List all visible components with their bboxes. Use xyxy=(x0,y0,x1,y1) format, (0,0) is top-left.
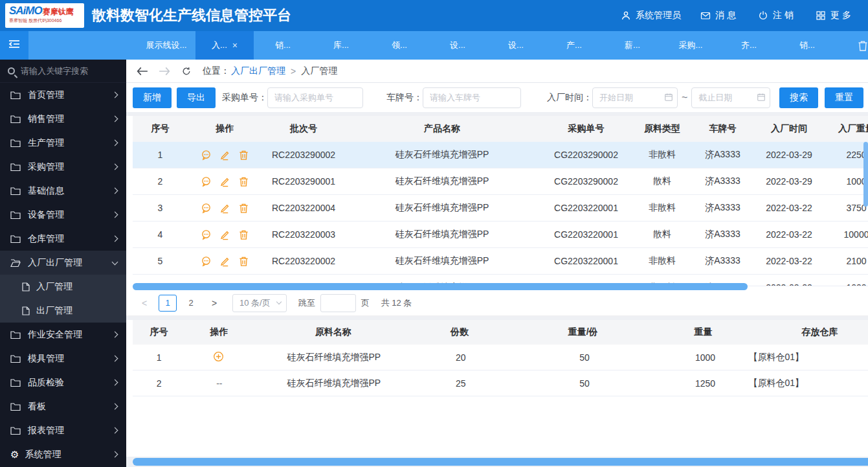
tab-5[interactable]: 设... xyxy=(428,31,487,60)
more-label: 更多 xyxy=(830,10,854,21)
delete-icon[interactable] xyxy=(238,203,249,214)
tab-6[interactable]: 设... xyxy=(487,31,545,60)
comment-icon[interactable] xyxy=(201,256,212,267)
plus-circle-icon[interactable] xyxy=(213,351,226,364)
sidebar-item-dashboard[interactable]: 看板 xyxy=(0,394,126,418)
sidebar-item-production[interactable]: 生产管理 xyxy=(0,131,126,155)
prev-page-button[interactable]: < xyxy=(135,295,153,312)
horizontal-scrollbar[interactable] xyxy=(133,458,868,466)
tab-7[interactable]: 产... xyxy=(545,31,603,60)
user-menu[interactable]: 系统管理员 xyxy=(621,10,681,21)
cell-ops xyxy=(188,195,262,221)
table-row[interactable]: 1 RC2203290002 硅灰石纤维填充增强PP CG2203290002 … xyxy=(133,142,868,168)
next-page-button[interactable]: > xyxy=(205,295,223,312)
sidebar-item-inout-management[interactable]: 入厂出厂管理 xyxy=(0,251,126,275)
comment-icon[interactable] xyxy=(201,150,212,161)
sidebar-item-sales[interactable]: 销售管理 xyxy=(0,107,126,131)
sidebar-item-label: 系统管理 xyxy=(25,449,113,461)
reset-button[interactable]: 重置 xyxy=(825,87,863,108)
delete-icon[interactable] xyxy=(238,150,249,161)
sidebar-item-reports[interactable]: 报表管理 xyxy=(0,418,126,442)
table-row[interactable]: 1 硅灰石纤维填充增强PP 20 50 1000 【原料仓01】 xyxy=(133,345,868,370)
tab-1-active[interactable]: 入... × xyxy=(195,31,254,60)
cell-material: 硅灰石纤维填充增强PP xyxy=(253,345,414,370)
horizontal-scrollbar[interactable] xyxy=(133,283,748,290)
sidebar-item-mold[interactable]: 模具管理 xyxy=(0,347,126,370)
folder-icon xyxy=(10,163,21,172)
sidebar-subitem-entry-management[interactable]: 入厂管理 xyxy=(0,275,126,299)
page-1-button[interactable]: 1 xyxy=(159,295,177,312)
sidebar-subitem-exit-management[interactable]: 出厂管理 xyxy=(0,299,126,323)
tab-label: 销... xyxy=(275,40,291,51)
jump-page-input[interactable] xyxy=(320,294,356,312)
col-weight: 入厂重量 xyxy=(824,116,868,142)
logout-button[interactable]: 注销 xyxy=(758,10,796,21)
edit-icon[interactable] xyxy=(219,229,230,240)
breadcrumb-parent-link[interactable]: 入厂出厂管理 xyxy=(231,65,285,77)
delete-icon[interactable] xyxy=(238,229,249,240)
cell-plate: 济A3333 xyxy=(691,222,754,247)
sidebar-item-procurement[interactable]: 采购管理 xyxy=(0,155,126,179)
tab-label: 设... xyxy=(508,40,524,51)
cell-seq: 2 xyxy=(133,370,185,396)
tab-2[interactable]: 销... xyxy=(254,31,312,60)
tab-11[interactable]: 销... xyxy=(778,31,836,60)
export-button[interactable]: 导出 xyxy=(177,87,216,108)
cell-ops xyxy=(188,248,262,274)
open-tabs: 展示线设... 入... × 销... 库... 领... 设... 设... … xyxy=(137,31,836,60)
page-2-button[interactable]: 2 xyxy=(182,295,200,312)
sidebar-search-input[interactable] xyxy=(21,66,111,76)
plate-no-input[interactable] xyxy=(423,87,521,108)
delete-icon[interactable] xyxy=(238,176,249,187)
search-button[interactable]: 搜索 xyxy=(779,87,818,108)
add-button[interactable]: 新增 xyxy=(133,87,172,108)
edit-icon[interactable] xyxy=(219,203,230,214)
refresh-icon[interactable] xyxy=(181,67,192,76)
chevron-right-icon xyxy=(112,212,118,218)
edit-icon[interactable] xyxy=(219,256,230,267)
sidebar-item-system[interactable]: ⚙ 系统管理 xyxy=(0,442,126,466)
table-row[interactable]: 5 RC2203220002 硅灰石纤维填充增强PP CG2203220001 … xyxy=(133,248,868,275)
tab-4[interactable]: 领... xyxy=(370,31,428,60)
cell-po: CG2203220001 xyxy=(539,248,633,274)
tab-9[interactable]: 采购... xyxy=(662,31,720,60)
cell-product: 硅灰石纤维填充增强PP xyxy=(345,142,539,168)
sidebar-item-equipment[interactable]: 设备管理 xyxy=(0,203,126,227)
folder-icon xyxy=(10,187,21,196)
cell-batch: RC2203220003 xyxy=(262,222,345,247)
tab-8[interactable]: 薪... xyxy=(603,31,662,60)
sidebar-item-work-safety[interactable]: 作业安全管理 xyxy=(0,323,126,347)
vertical-scrollbar[interactable] xyxy=(863,142,868,207)
sidebar-item-warehouse[interactable]: 仓库管理 xyxy=(0,227,126,251)
folder-icon xyxy=(10,139,21,148)
start-date-input[interactable] xyxy=(592,87,678,108)
tab-10[interactable]: 齐... xyxy=(720,31,778,60)
delete-icon[interactable] xyxy=(238,256,249,267)
comment-icon[interactable] xyxy=(201,176,212,187)
table-row[interactable]: 2 RC2203290001 硅灰石纤维填充增强PP CG2203290002 … xyxy=(133,168,868,195)
more-button[interactable]: 更多 xyxy=(816,10,854,21)
end-date-input[interactable] xyxy=(691,87,770,108)
sidebar-item-quality[interactable]: 品质检验 xyxy=(0,370,126,394)
edit-icon[interactable] xyxy=(219,150,230,161)
table-row[interactable]: 3 RC2203220004 硅灰石纤维填充增强PP CG2203220001 … xyxy=(133,195,868,222)
tab-3[interactable]: 库... xyxy=(312,31,370,60)
sidebar-item-home[interactable]: 首页管理 xyxy=(0,83,126,107)
tab-0[interactable]: 展示线设... xyxy=(137,31,195,60)
messages-button[interactable]: 消息 xyxy=(700,10,739,21)
comment-icon[interactable] xyxy=(201,203,212,214)
sidebar-item-basic-info[interactable]: 基础信息 xyxy=(0,179,126,203)
cell-weight-per: 50 xyxy=(507,370,662,396)
back-arrow-icon[interactable] xyxy=(137,67,148,76)
table-row[interactable]: 4 RC2203220003 硅灰石纤维填充增强PP CG2203220001 … xyxy=(133,222,868,248)
comment-icon[interactable] xyxy=(201,229,212,240)
close-tabs-trash-icon[interactable] xyxy=(858,40,868,52)
purchase-no-input[interactable] xyxy=(267,87,363,108)
table-row[interactable]: 2 -- 硅灰石纤维填充增强PP 25 50 1250 【原料仓01】 xyxy=(133,370,868,396)
page-size-select[interactable]: 10 条/页 xyxy=(232,294,287,312)
tab-close-icon[interactable]: × xyxy=(232,40,238,51)
sidebar-collapse-button[interactable] xyxy=(0,31,28,60)
logout-label: 注销 xyxy=(773,10,796,21)
edit-icon[interactable] xyxy=(219,176,230,187)
forward-arrow-icon[interactable] xyxy=(159,67,170,76)
